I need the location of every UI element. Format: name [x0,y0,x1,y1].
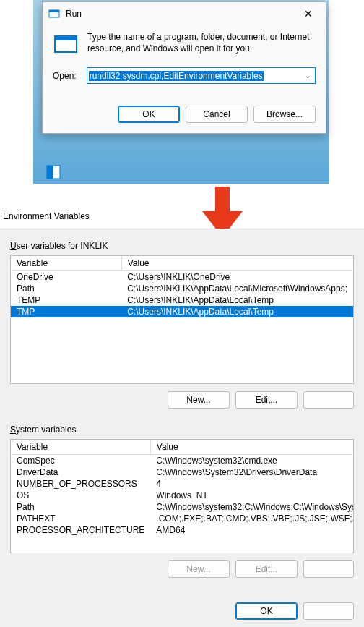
browse-button[interactable]: Browse... [254,106,316,123]
desktop-icon-1[interactable]: ws [16,32,25,40]
table-row[interactable]: OneDriveC:\Users\INKLIK\OneDrive [11,271,353,283]
open-label: Open: [53,71,77,81]
table-row[interactable]: TMPC:\Users\INKLIK\AppData\Local\Temp [11,306,353,317]
cancel-button-partial[interactable] [303,602,354,620]
chevron-down-icon[interactable]: ⌄ [302,72,313,80]
svg-rect-5 [55,36,77,40]
desktop-icon-labels: ws pl in [16,32,25,123]
sys-delete-button-partial[interactable] [303,560,354,578]
run-icon [53,31,79,57]
desktop-icon-2b[interactable]: in [16,114,25,123]
table-row[interactable]: PathC:\Windows\system32;C:\Windows;C:\Wi… [11,501,354,513]
user-vars-label: User variables for INKLIK [10,241,354,251]
user-new-button[interactable]: New... [168,391,230,409]
table-row[interactable]: ComSpecC:\Windows\system32\cmd.exe [11,455,354,467]
column-variable[interactable]: Variable [11,440,150,455]
run-title: Run [66,9,297,19]
user-vars-table[interactable]: Variable Value OneDriveC:\Users\INKLIK\O… [10,255,354,384]
ok-button[interactable]: OK [235,602,298,620]
run-description: Type the name of a program, folder, docu… [87,31,316,54]
column-value[interactable]: Value [150,440,354,455]
svg-rect-1 [47,166,53,179]
column-variable[interactable]: Variable [11,256,121,271]
run-dialog: Run ✕ Type the name of a program, folder… [42,1,326,134]
sys-new-button[interactable]: New... [168,560,230,578]
env-window-title: Environment Variables [3,211,90,221]
user-edit-button[interactable]: Edit... [235,391,298,409]
open-combobox[interactable]: rundll32 sysdm.cpl,EditEnvironmentVariab… [87,67,316,84]
table-row[interactable]: PATHEXT.COM;.EXE;.BAT;.CMD;.VBS;.VBE;.JS… [11,513,354,524]
sys-vars-table[interactable]: Variable Value ComSpecC:\Windows\system3… [10,439,354,553]
open-value[interactable]: rundll32 sysdm.cpl,EditEnvironmentVariab… [89,71,264,81]
taskbar-app-icon[interactable] [46,165,61,179]
env-vars-panel: User variables for INKLIK Variable Value… [0,229,364,627]
run-titlebar[interactable]: Run ✕ [43,2,326,25]
ok-button[interactable]: OK [118,106,180,123]
table-row[interactable]: DriverDataC:\Windows\System32\Drivers\Dr… [11,466,354,478]
svg-rect-3 [49,10,59,12]
table-row[interactable]: NUMBER_OF_PROCESSORS4 [11,478,354,490]
close-icon[interactable]: ✕ [297,2,320,25]
cancel-button[interactable]: Cancel [186,106,248,123]
table-row[interactable]: OSWindows_NT [11,490,354,501]
sys-edit-button[interactable]: Edit... [235,560,298,578]
sys-vars-label: System variables [10,425,354,435]
column-value[interactable]: Value [121,256,353,271]
run-app-icon [48,8,60,20]
table-row[interactable]: PathC:\Users\INKLIK\AppData\Local\Micros… [11,283,353,294]
desktop-icon-2a[interactable]: pl [16,106,25,114]
table-row[interactable]: TEMPC:\Users\INKLIK\AppData\Local\Temp [11,294,353,306]
user-delete-button-partial[interactable] [303,391,354,409]
table-row[interactable]: PROCESSOR_ARCHITECTUREAMD64 [11,524,354,536]
